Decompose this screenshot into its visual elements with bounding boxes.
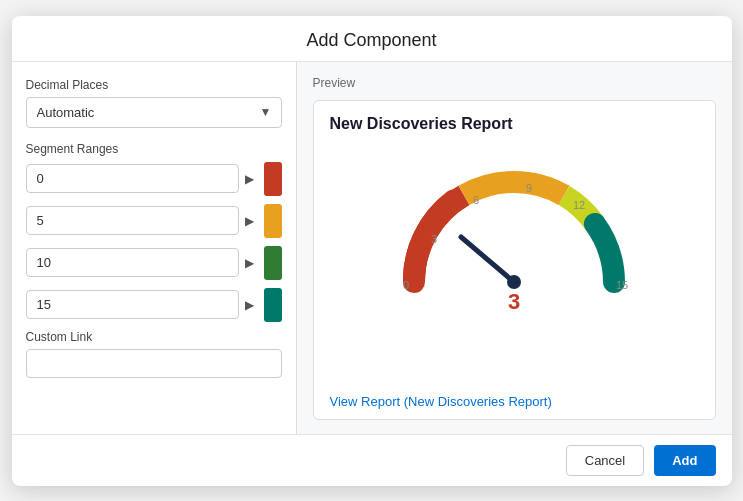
- segment-input-3[interactable]: [26, 290, 239, 319]
- segment-row: ▶: [26, 288, 282, 322]
- right-panel: Preview New Discoveries Report: [297, 62, 732, 434]
- gauge-needle-base: [507, 275, 521, 289]
- segment-color-3: [264, 288, 282, 322]
- segment-arrow-btn-3[interactable]: ▶: [239, 294, 260, 316]
- view-report-link[interactable]: View Report (New Discoveries Report): [330, 394, 552, 409]
- segment-input-1[interactable]: [26, 206, 239, 235]
- add-component-dialog: Add Component Decimal Places Automatic ▼…: [12, 16, 732, 486]
- segment-color-1: [264, 204, 282, 238]
- segment-color-2: [264, 246, 282, 280]
- left-panel: Decimal Places Automatic ▼ Segment Range…: [12, 62, 297, 434]
- segment-arrow-btn-0[interactable]: ▶: [239, 168, 260, 190]
- dialog-footer: Cancel Add: [12, 434, 732, 486]
- custom-link-label: Custom Link: [26, 330, 282, 344]
- tick-15: 15: [616, 279, 628, 291]
- segment-input-2[interactable]: [26, 248, 239, 277]
- segment-row: ▶: [26, 246, 282, 280]
- segment-row: ▶: [26, 162, 282, 196]
- preview-box: New Discoveries Report: [313, 100, 716, 420]
- tick-9: 9: [526, 182, 532, 194]
- gauge-container: 0 3 6 9 12 15: [330, 137, 699, 386]
- arc-teal: [595, 223, 614, 281]
- tick-0: 0: [403, 279, 409, 291]
- dialog-title: Add Component: [12, 16, 732, 62]
- gauge-value-label: 3: [508, 289, 520, 312]
- gauge-needle: [461, 237, 514, 282]
- preview-label: Preview: [313, 76, 716, 90]
- dialog-body: Decimal Places Automatic ▼ Segment Range…: [12, 62, 732, 434]
- decimal-places-select[interactable]: Automatic: [26, 97, 282, 128]
- segments-container: ▶▶▶▶: [26, 162, 282, 322]
- segment-arrow-btn-1[interactable]: ▶: [239, 210, 260, 232]
- tick-3: 3: [431, 233, 437, 245]
- decimal-places-wrapper: Automatic ▼: [26, 97, 282, 128]
- tick-12: 12: [573, 199, 585, 211]
- segment-input-0[interactable]: [26, 164, 239, 193]
- segment-ranges-label: Segment Ranges: [26, 142, 282, 156]
- custom-link-input[interactable]: [26, 349, 282, 378]
- tick-6: 6: [473, 194, 479, 206]
- decimal-places-label: Decimal Places: [26, 78, 282, 92]
- add-button[interactable]: Add: [654, 445, 715, 476]
- cancel-button[interactable]: Cancel: [566, 445, 644, 476]
- segment-arrow-btn-2[interactable]: ▶: [239, 252, 260, 274]
- arc-red: [414, 195, 464, 282]
- gauge-svg: 0 3 6 9 12 15: [330, 137, 699, 312]
- segment-row: ▶: [26, 204, 282, 238]
- chart-title: New Discoveries Report: [330, 115, 513, 133]
- segment-color-0: [264, 162, 282, 196]
- gauge-chart: 0 3 6 9 12 15: [364, 137, 664, 312]
